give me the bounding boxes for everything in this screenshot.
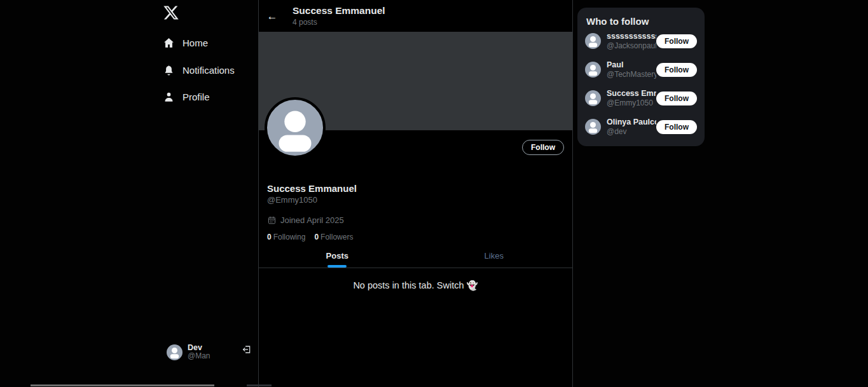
x-logo[interactable] — [163, 4, 179, 21]
user-handle: @Jacksonpaul — [607, 41, 656, 50]
suggested-user-row[interactable]: Olinya Paulcc @dev Follow — [585, 112, 697, 141]
header-post-count: 4 posts — [293, 18, 385, 27]
who-to-follow-title: Who to follow — [586, 16, 697, 27]
tab-label: Posts — [326, 251, 348, 261]
logout-icon[interactable] — [242, 344, 252, 355]
followers-stat[interactable]: 0Followers — [314, 233, 353, 241]
suggested-user-row[interactable]: sssssssssssssss... @Jacksonpaul Follow — [585, 27, 697, 55]
active-tab-indicator — [327, 265, 347, 268]
app-root: Home Notifications Profile Dev @Man — [0, 0, 868, 387]
user-info: Olinya Paulcc @dev — [607, 118, 656, 136]
back-button[interactable]: ← — [264, 8, 280, 25]
avatar — [585, 62, 601, 78]
suggested-user-row[interactable]: Success Emm... @Emmy1050 Follow — [585, 84, 697, 112]
follow-button[interactable]: Follow — [656, 63, 697, 77]
person-icon — [163, 91, 175, 103]
sidebar-item-label: Profile — [183, 92, 210, 102]
follow-button[interactable]: Follow — [656, 120, 697, 134]
user-info: sssssssssssssss... @Jacksonpaul — [607, 32, 656, 50]
avatar — [585, 90, 601, 106]
suggested-user-row[interactable]: Paul @TechMastery Follow — [585, 55, 697, 84]
header-text: Success Emmanuel 4 posts — [293, 5, 385, 27]
user-handle: @TechMastery — [607, 70, 656, 79]
bell-icon — [163, 64, 175, 76]
sidebar-item-profile[interactable]: Profile — [163, 89, 210, 104]
profile-stats: 0Following 0Followers — [267, 233, 353, 241]
user-info: Success Emm... @Emmy1050 — [607, 89, 656, 107]
tab-label: Likes — [485, 251, 504, 261]
user-name: Paul — [607, 60, 656, 70]
horizontal-scrollbar — [0, 383, 868, 387]
user-info: Paul @TechMastery — [607, 60, 656, 79]
tab-likes[interactable]: Likes — [416, 251, 573, 268]
who-to-follow-card: Who to follow sssssssssssssss... @Jackso… — [577, 8, 705, 146]
account-switcher[interactable]: Dev @Man — [167, 342, 252, 362]
account-name: Dev — [188, 343, 210, 352]
profile-page: ← Success Emmanuel 4 posts Follow Succes… — [258, 0, 573, 387]
profile-handle: @Emmy1050 — [267, 195, 317, 205]
following-count: 0 — [267, 233, 272, 241]
following-label: Following — [273, 233, 306, 241]
followers-label: Followers — [320, 233, 353, 241]
avatar — [167, 344, 183, 360]
left-sidebar: Home Notifications Profile Dev @Man — [0, 0, 258, 387]
joined-date: Joined April 2025 — [280, 215, 344, 225]
follow-button[interactable]: Follow — [656, 34, 697, 48]
profile-avatar[interactable] — [265, 97, 326, 158]
avatar — [585, 33, 601, 49]
home-icon — [163, 37, 175, 49]
tab-posts[interactable]: Posts — [259, 251, 416, 268]
x-icon — [163, 4, 179, 21]
user-name: Success Emm... — [607, 89, 656, 98]
sidebar-item-notifications[interactable]: Notifications — [163, 62, 235, 78]
scrollbar-track-segment — [247, 384, 272, 386]
user-name: Olinya Paulcc — [607, 118, 656, 127]
account-handle: @Man — [188, 352, 210, 361]
joined-row: Joined April 2025 — [267, 215, 344, 225]
followers-count: 0 — [314, 233, 319, 241]
following-stat[interactable]: 0Following — [267, 233, 305, 241]
profile-header: ← Success Emmanuel 4 posts — [259, 0, 572, 32]
user-name: sssssssssssssss... — [607, 32, 656, 41]
account-info: Dev @Man — [188, 343, 210, 361]
empty-state-message: No posts in this tab. Switch 👻 — [259, 280, 572, 291]
follow-button[interactable]: Follow — [656, 92, 697, 105]
follow-button[interactable]: Follow — [522, 140, 564, 155]
scrollbar-thumb[interactable] — [31, 384, 214, 386]
profile-name: Success Emmanuel — [267, 183, 357, 194]
sidebar-item-label: Notifications — [183, 65, 235, 76]
user-handle: @Emmy1050 — [607, 98, 656, 107]
user-handle: @dev — [607, 127, 656, 136]
header-title: Success Emmanuel — [293, 5, 385, 17]
sidebar-item-label: Home — [183, 37, 208, 48]
avatar — [585, 119, 601, 135]
calendar-icon — [267, 215, 277, 225]
sidebar-item-home[interactable]: Home — [163, 35, 208, 50]
profile-tabs: Posts Likes — [259, 251, 572, 268]
